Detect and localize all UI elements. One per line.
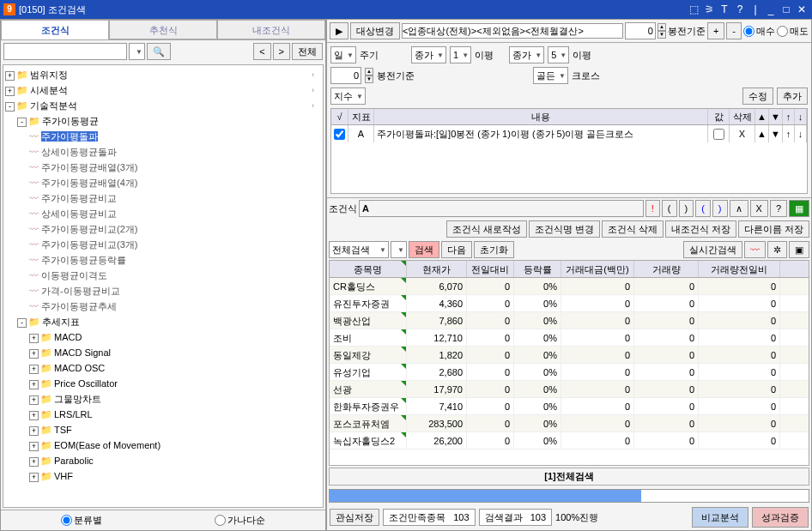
down-row[interactable]: ▼ (769, 125, 783, 142)
tree-leaf[interactable]: 〰 상세이동평균돌파 (5, 144, 321, 160)
tree-search-input[interactable] (3, 43, 127, 60)
table-row[interactable]: 백광산업7,86000%000 (330, 312, 809, 329)
min-icon[interactable]: _ (764, 3, 778, 16)
realtime-button[interactable]: 실시간검색 (683, 241, 742, 258)
tree-leaf[interactable]: +📁MACD (5, 329, 321, 345)
table-row[interactable]: 녹십자홀딩스226,20000%000 (330, 432, 809, 450)
golden-select[interactable]: 골든 (533, 67, 568, 84)
tree-root[interactable]: +📁범위지정› (5, 67, 321, 82)
search-dropdown[interactable] (129, 43, 145, 60)
scope-select[interactable]: 전체검색 (329, 241, 389, 258)
tab-recommend[interactable]: 추천식 (109, 20, 217, 39)
minus-button[interactable]: - (726, 22, 742, 39)
tree-leaf[interactable]: 〰 주가이동평균비교(3개) (5, 237, 321, 252)
status-tab[interactable]: [1]전체검색 (329, 468, 809, 486)
nav-next-button[interactable]: > (273, 43, 290, 60)
tree-leaf[interactable]: 〰 상세이동평균비교 (5, 206, 321, 221)
gear-icon[interactable]: ✲ (767, 241, 787, 258)
expand-button[interactable]: ▶ (330, 22, 348, 39)
table-row[interactable]: 동일제강1,82000%000 (330, 347, 809, 364)
cond-row[interactable]: A 주가이평돌파:[일]0봉전 (종가 1)이평 (종가 5)이평 골든크로스 … (331, 125, 807, 142)
next-button[interactable]: 다음 (441, 241, 472, 258)
chart-icon[interactable]: 〰 (744, 241, 766, 258)
help-icon[interactable]: ? (733, 3, 747, 16)
excel-button[interactable]: ▦ (789, 200, 809, 217)
tree-leaf[interactable]: +📁MACD Signal (5, 345, 321, 360)
period-select[interactable]: 일 (330, 46, 356, 63)
compare-button[interactable]: 비교분석 (692, 507, 748, 528)
pin-icon[interactable]: ⬚ (687, 3, 700, 16)
paren2-open[interactable]: ( (695, 200, 711, 217)
val2-select[interactable]: 5 (548, 46, 569, 63)
grid-body[interactable]: CR홀딩스6,07000%000유진투자증권4,36000%000백광산업7,8… (330, 278, 809, 465)
tree-root[interactable]: -📁기술적분석› (5, 98, 321, 113)
bot-row[interactable]: ↓ (795, 125, 807, 142)
search-button[interactable]: 🔍 (147, 43, 171, 60)
modify-button[interactable]: 수정 (742, 87, 773, 105)
reset-button[interactable]: 초기화 (474, 241, 514, 258)
buy-radio[interactable]: 매수 (743, 25, 775, 38)
tree-leaf[interactable]: +📁MACD OSC (5, 360, 321, 376)
paren-open[interactable]: ( (662, 200, 677, 217)
target-change-button[interactable]: 대상변경 (350, 22, 400, 39)
search-button[interactable]: 검색 (409, 241, 439, 258)
target-desc-input[interactable] (402, 23, 623, 39)
condition-tree[interactable]: +📁범위지정›+📁시세분석›-📁기술적분석›-📁주가이동평균〰 주가이평돌파〰 … (3, 64, 324, 508)
scope-drop2[interactable] (391, 241, 407, 258)
tree-leaf[interactable]: 〰 이동평균이격도 (5, 268, 321, 283)
del-button[interactable]: X (730, 125, 755, 142)
not-button[interactable]: ! (645, 200, 660, 217)
tree-leaf[interactable]: +📁Price Oscillator (5, 376, 321, 391)
save-watch-button[interactable]: 관심저장 (330, 509, 379, 526)
table-row[interactable]: 유진투자증권4,36000%000 (330, 295, 809, 312)
max-icon[interactable]: □ (779, 3, 793, 16)
cond-table-body[interactable]: A 주가이평돌파:[일]0봉전 (종가 1)이평 (종가 5)이평 골든크로스 … (330, 125, 808, 194)
saveas-button[interactable]: 다른이름 저장 (738, 220, 809, 238)
cond-check[interactable] (334, 129, 345, 140)
sell-radio[interactable]: 매도 (777, 25, 809, 38)
top-row[interactable]: ↑ (783, 125, 795, 142)
nav-prev-button[interactable]: < (253, 43, 270, 60)
tab-condition[interactable]: 조건식 (1, 20, 109, 39)
sort-class-radio[interactable]: 분류별 (61, 514, 102, 527)
table-row[interactable]: CR홀딩스6,07000%000 (330, 278, 809, 295)
index-select[interactable]: 지수 (330, 87, 366, 105)
val-check[interactable] (713, 129, 724, 140)
verify-button[interactable]: 성과검증 (752, 507, 809, 528)
tool-icon[interactable]: ⚞ (702, 3, 716, 16)
tree-leaf[interactable]: 〰 주가이동평균배열(4개) (5, 175, 321, 190)
paren2-close[interactable]: ) (712, 200, 728, 217)
tree-leaf[interactable]: 〰 주가이동평균배열(3개) (5, 160, 321, 175)
offset2-input[interactable] (330, 67, 361, 84)
and-button[interactable]: ∧ (730, 200, 748, 217)
table-row[interactable]: 유성기업2,68000%000 (330, 364, 809, 381)
plus-button[interactable]: + (707, 22, 724, 39)
close1-select[interactable]: 종가 (411, 46, 446, 63)
tree-leaf[interactable]: +📁Parabolic (5, 453, 321, 468)
close2-select[interactable]: 종가 (509, 46, 544, 63)
tree-leaf[interactable]: 〰 주가이동평균비교(2개) (5, 221, 321, 237)
tree-folder[interactable]: -📁주가이동평균 (5, 113, 321, 129)
tree-leaf[interactable]: +📁LRS/LRL (5, 407, 321, 422)
up-icon[interactable]: ▲ (657, 23, 666, 31)
close-icon[interactable]: ✕ (795, 3, 809, 16)
save-button[interactable]: 내조건식 저장 (665, 220, 736, 238)
layout-icon[interactable]: ▣ (789, 241, 809, 258)
tree-leaf[interactable]: 〰 주가이동평균추세 (5, 299, 321, 314)
tree-root[interactable]: +📁시세분석› (5, 82, 321, 98)
expr-input[interactable]: A (359, 200, 644, 217)
new-formula-button[interactable]: 조건식 새로작성 (446, 220, 527, 238)
x-button[interactable]: X (750, 200, 768, 217)
offset-input[interactable] (625, 22, 656, 39)
delete-button[interactable]: 조건식 삭제 (602, 220, 664, 238)
tab-my[interactable]: 내조건식 (217, 20, 325, 39)
tree-folder[interactable]: -📁추세지표 (5, 314, 321, 329)
tree-leaf[interactable]: +📁그물망차트 (5, 391, 321, 407)
rename-button[interactable]: 조건식명 변경 (529, 220, 600, 238)
tree-leaf[interactable]: +📁VHF (5, 468, 321, 484)
tree-leaf[interactable]: +📁TSF (5, 422, 321, 437)
help-button[interactable]: ? (770, 200, 787, 217)
add-button[interactable]: 추가 (777, 87, 808, 105)
tree-leaf[interactable]: 〰 주가이평돌파 (5, 129, 321, 144)
up-row[interactable]: ▲ (755, 125, 769, 142)
